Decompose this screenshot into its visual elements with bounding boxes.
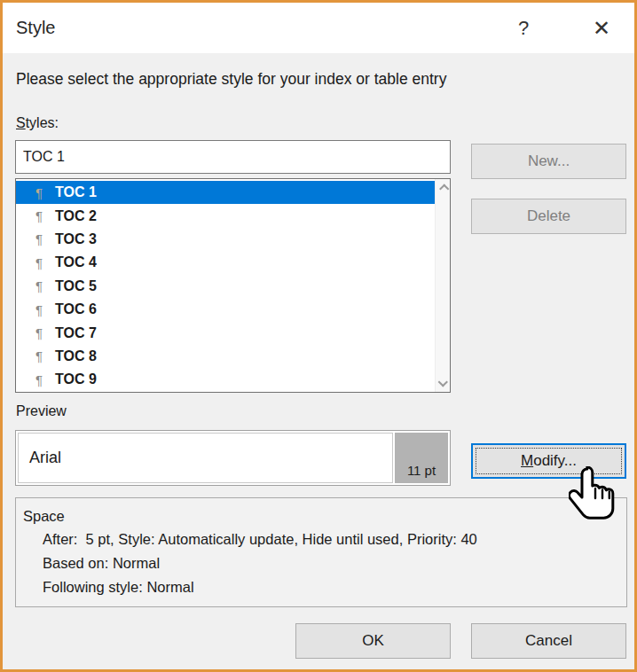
- scroll-up-icon[interactable]: [436, 179, 451, 195]
- pilcrow-icon: ¶: [30, 348, 48, 363]
- style-dialog: Style ? ✕ Please select the appropriate …: [0, 0, 637, 672]
- close-icon[interactable]: ✕: [579, 3, 624, 53]
- list-item[interactable]: ¶TOC 4: [16, 251, 435, 274]
- list-item-label: TOC 8: [55, 348, 97, 364]
- list-item-label: TOC 5: [55, 278, 97, 294]
- list-item[interactable]: ¶TOC 1: [16, 181, 435, 204]
- styles-listbox[interactable]: ¶TOC 1¶TOC 2¶TOC 3¶TOC 4¶TOC 5¶TOC 6¶TOC…: [15, 178, 451, 393]
- list-item-label: TOC 4: [55, 254, 97, 270]
- description-line: Following style: Normal: [23, 575, 617, 599]
- list-item[interactable]: ¶TOC 7: [16, 321, 435, 344]
- list-item[interactable]: ¶TOC 5: [16, 275, 435, 298]
- pilcrow-icon: ¶: [30, 231, 48, 246]
- styles-label: Styles:: [16, 115, 59, 131]
- preview-font-sample: Arial: [18, 433, 393, 483]
- cancel-button[interactable]: Cancel: [471, 623, 626, 659]
- styles-listbox-items: ¶TOC 1¶TOC 2¶TOC 3¶TOC 4¶TOC 5¶TOC 6¶TOC…: [16, 179, 435, 392]
- preview-font-size: 11 pt: [395, 433, 448, 483]
- pilcrow-icon: ¶: [30, 255, 48, 270]
- list-item-label: TOC 9: [55, 371, 97, 387]
- new-button[interactable]: New...: [471, 144, 626, 179]
- list-item[interactable]: ¶TOC 2: [16, 204, 435, 227]
- help-icon[interactable]: ?: [501, 3, 546, 53]
- scroll-down-icon[interactable]: [436, 376, 451, 392]
- dialog-title: Style: [3, 18, 55, 38]
- list-item[interactable]: ¶TOC 3: [16, 228, 435, 251]
- list-item-label: TOC 7: [55, 325, 97, 341]
- listbox-scrollbar[interactable]: [435, 179, 450, 392]
- style-name-input[interactable]: [15, 140, 451, 174]
- description-line: After: 5 pt, Style: Automatically update…: [23, 527, 617, 551]
- list-item[interactable]: ¶TOC 6: [16, 298, 435, 321]
- list-item-label: TOC 2: [55, 208, 97, 224]
- modify-button[interactable]: Modify...: [471, 443, 626, 479]
- title-bar: Style ? ✕: [3, 3, 634, 53]
- instruction-text: Please select the appropriate style for …: [16, 70, 446, 89]
- pilcrow-icon: ¶: [30, 372, 48, 387]
- list-item-label: TOC 3: [55, 231, 97, 247]
- list-item[interactable]: ¶TOC 9: [16, 368, 435, 391]
- description-line: Based on: Normal: [23, 551, 617, 575]
- pilcrow-icon: ¶: [30, 278, 48, 293]
- preview-box: Arial 11 pt: [15, 430, 451, 486]
- style-description-box: Space After: 5 pt, Style: Automatically …: [15, 497, 627, 607]
- preview-label: Preview: [16, 403, 67, 419]
- pilcrow-icon: ¶: [30, 325, 48, 340]
- pilcrow-icon: ¶: [30, 302, 48, 317]
- ok-button[interactable]: OK: [295, 623, 451, 659]
- pilcrow-icon: ¶: [30, 185, 48, 200]
- list-item-label: TOC 1: [55, 184, 97, 200]
- pilcrow-icon: ¶: [30, 208, 48, 223]
- description-title: Space: [23, 504, 617, 527]
- list-item[interactable]: ¶TOC 8: [16, 345, 435, 368]
- delete-button[interactable]: Delete: [471, 199, 626, 234]
- list-item-label: TOC 6: [55, 301, 97, 317]
